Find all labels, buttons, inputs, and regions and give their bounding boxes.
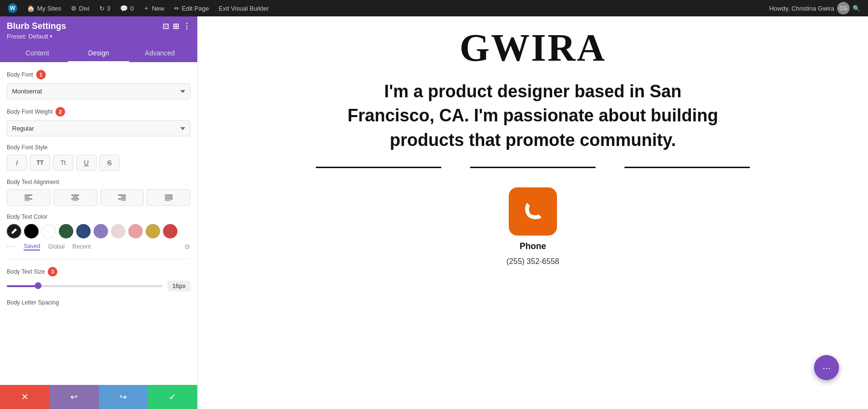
color-tab-recent[interactable]: Recent (72, 243, 91, 250)
body-text-alignment-buttons (7, 189, 190, 206)
confirm-button[interactable]: ✓ (148, 385, 197, 409)
color-swatch-blue[interactable] (76, 224, 91, 238)
redo-button[interactable]: ↪ (99, 385, 148, 409)
panel-tabs: Content Design Advanced (7, 45, 190, 62)
undo-button[interactable]: ↩ (49, 385, 98, 409)
wp-logo-item[interactable]: W (4, 0, 21, 16)
divider-line-3 (624, 167, 750, 168)
divider-line-2 (470, 167, 596, 168)
my-sites-item[interactable]: 🏠 My Sites (23, 0, 65, 16)
howdy-section: Howdy, Christina Gwira CG 🔍 (765, 2, 864, 14)
tab-content[interactable]: Content (7, 45, 68, 62)
svg-rect-9 (121, 197, 126, 198)
align-right-icon (118, 194, 126, 201)
size-value-display: 16px (167, 280, 190, 291)
color-swatch-active[interactable] (7, 224, 21, 238)
body-font-label: Body Font 1 (7, 70, 190, 79)
svg-rect-5 (73, 197, 78, 198)
panel-resize-icon[interactable]: ⊡ (163, 22, 169, 31)
updates-item[interactable]: ↻ 3 (95, 0, 114, 16)
phone-blurb: Phone (255) 352-6558 (506, 187, 559, 266)
color-section: ··· Saved Global Recent ⚙ (7, 224, 190, 251)
align-left-icon (25, 194, 32, 201)
pencil-icon: ✏ (174, 5, 179, 12)
intro-text: I'm a product designer based in San Fran… (340, 79, 726, 152)
color-tabs: ··· Saved Global Recent ⚙ (7, 242, 190, 251)
body-font-weight-label: Body Font Weight 2 (7, 107, 190, 117)
loop-icon: ↻ (99, 5, 105, 12)
svg-rect-0 (25, 195, 32, 196)
underline-button[interactable]: U (76, 155, 96, 171)
color-swatch-green[interactable] (59, 224, 73, 238)
size-slider-thumb[interactable] (35, 282, 41, 289)
color-swatch-white[interactable] (41, 224, 56, 238)
align-center-button[interactable] (54, 189, 97, 206)
body-font-select[interactable]: Montserrat (7, 83, 190, 99)
body-font-weight-badge: 2 (55, 107, 65, 117)
color-tab-saved[interactable]: Saved (24, 243, 40, 251)
tab-design[interactable]: Design (68, 45, 129, 62)
svg-rect-12 (165, 195, 173, 196)
svg-rect-6 (71, 198, 79, 199)
phone-icon (518, 197, 547, 226)
color-swatch-black[interactable] (24, 224, 39, 238)
color-swatch-purple[interactable] (94, 224, 108, 238)
page-content-area: GWIRA I'm a product designer based in Sa… (198, 16, 868, 409)
blurb-section: Phone (255) 352-6558 (207, 187, 858, 266)
body-text-alignment-label: Body Text Alignment (7, 179, 190, 185)
dividers-row (316, 167, 750, 168)
color-swatch-pink[interactable] (128, 224, 143, 238)
body-text-color-label: Body Text Color (7, 213, 190, 220)
color-swatch-red[interactable] (163, 224, 177, 238)
preset-label[interactable]: Preset: Default (7, 33, 190, 40)
panel-title-text: Blurb Settings (7, 21, 66, 31)
body-font-weight-select[interactable]: Regular (7, 120, 190, 136)
exit-visual-builder-item[interactable]: Exit Visual Builder (215, 0, 273, 16)
color-gear-icon[interactable]: ⚙ (184, 243, 190, 251)
user-avatar: CG (837, 2, 850, 14)
body-text-size-row: 16px (7, 280, 190, 291)
panel-body: Body Font 1 Montserrat Body Font Weight … (0, 62, 197, 385)
divider-line-1 (316, 167, 441, 168)
edit-page-item[interactable]: ✏ Edit Page (170, 0, 213, 16)
align-justify-button[interactable] (147, 189, 190, 206)
panel-header: Blurb Settings ⊡ ⊞ ⋮ Preset: Default Con… (0, 16, 197, 62)
panel-menu-icon[interactable]: ⋮ (183, 22, 190, 31)
home-icon: 🏠 (27, 5, 35, 12)
color-swatch-light-pink[interactable] (111, 224, 125, 238)
pen-icon (11, 228, 17, 235)
svg-rect-3 (25, 200, 29, 201)
new-item[interactable]: ＋ New (139, 0, 168, 16)
align-left-button[interactable] (7, 189, 51, 206)
wp-admin-bar: W 🏠 My Sites ⚙ Divi ↻ 3 💬 0 ＋ New ✏ Edit… (0, 0, 868, 16)
fab-dots-icon: ··· (823, 362, 831, 373)
capitalize-button[interactable]: Tt (53, 155, 73, 171)
svg-rect-10 (118, 198, 126, 199)
cancel-button[interactable]: ✕ (0, 385, 49, 409)
color-tab-global[interactable]: Global (48, 243, 65, 250)
align-justify-icon (165, 194, 173, 201)
search-icon[interactable]: 🔍 (853, 5, 860, 12)
phone-blurb-number: (255) 352-6558 (506, 257, 559, 266)
tab-advanced[interactable]: Advanced (129, 45, 190, 62)
color-swatch-gold[interactable] (146, 224, 160, 238)
size-slider-track[interactable] (7, 285, 163, 287)
phone-blurb-title: Phone (519, 241, 546, 251)
panel-grid-icon[interactable]: ⊞ (173, 22, 179, 31)
divi-item[interactable]: ⚙ Divi (67, 0, 94, 16)
align-center-icon (71, 194, 79, 201)
body-text-size-badge: 3 (48, 267, 57, 277)
strikethrough-button[interactable]: S (99, 155, 120, 171)
fab-more-button[interactable]: ··· (814, 355, 839, 380)
color-more-dots[interactable]: ··· (7, 242, 16, 251)
svg-rect-14 (165, 198, 173, 199)
uppercase-button[interactable]: TT (30, 155, 50, 171)
panel-title-icons: ⊡ ⊞ ⋮ (163, 22, 190, 31)
svg-rect-15 (165, 200, 171, 201)
body-font-badge: 1 (36, 70, 46, 79)
phone-icon-wrap (509, 187, 557, 236)
comments-item[interactable]: 💬 0 (116, 0, 137, 16)
align-right-button[interactable] (100, 189, 144, 206)
panel-title-row: Blurb Settings ⊡ ⊞ ⋮ (7, 21, 190, 31)
italic-button[interactable]: I (7, 155, 27, 171)
